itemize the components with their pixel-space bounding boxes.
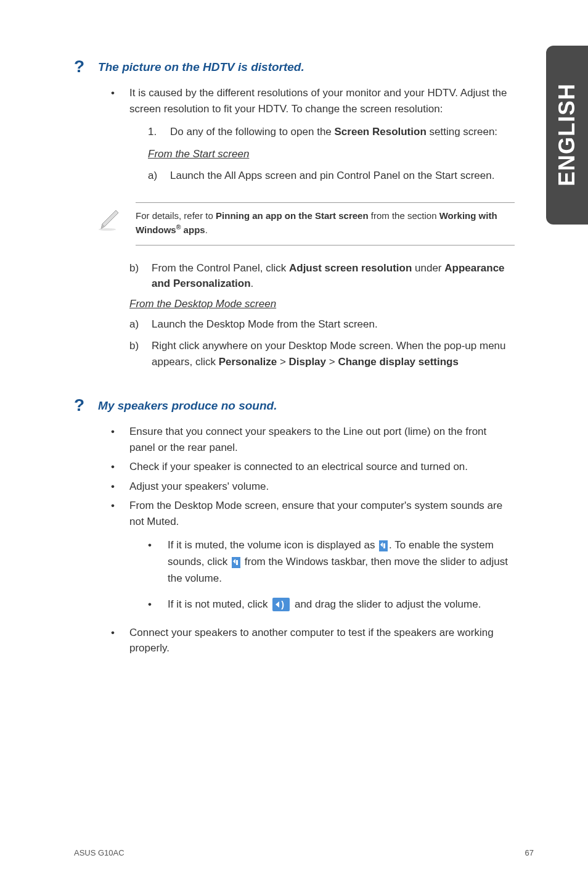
step-text: From the Control Panel, click Adjust scr…: [152, 260, 514, 292]
sub-bullet-text: If it is not muted, click and drag the s…: [168, 596, 481, 613]
bullet-text: Ensure that you connect your speakers to…: [129, 424, 514, 455]
sub-bullet: • If it is muted, the volume icon is dis…: [148, 537, 514, 587]
faq-header: ? My speakers produce no sound.: [74, 394, 514, 414]
bullet-dot-icon: •: [148, 537, 168, 587]
footer-product: ASUS G10AC: [74, 848, 125, 857]
note-box: For details, refer to Pinning an app on …: [136, 202, 515, 245]
bullet-dot-icon: •: [111, 498, 129, 621]
bullet-dot-icon: •: [111, 459, 129, 475]
letter-step: b) Right click anywhere on your Desktop …: [129, 338, 514, 369]
step-text: Do any of the following to open the Scre…: [170, 124, 497, 140]
step-letter: b): [129, 260, 152, 292]
section-heading-desktop: From the Desktop Mode screen: [129, 298, 514, 310]
faq-body: • It is caused by the different resoluti…: [111, 85, 514, 190]
bullet-dot-icon: •: [148, 596, 168, 613]
svg-point-0: [99, 228, 116, 231]
bullet-dot-icon: •: [111, 424, 129, 455]
faq-header: ? The picture on the HDTV is distorted.: [74, 56, 514, 75]
faq-title: My speakers produce no sound.: [98, 399, 277, 413]
bullet-item: • Adjust your speakers' volume.: [111, 479, 514, 495]
speaker-icon: [272, 598, 290, 611]
bullet-item: • It is caused by the different resoluti…: [111, 85, 514, 190]
bullet-text: Adjust your speakers' volume.: [129, 479, 514, 495]
numbered-step: 1. Do any of the following to open the S…: [148, 124, 514, 140]
bullet-text: From the Desktop Mode screen, ensure tha…: [129, 498, 514, 621]
letter-step: b) From the Control Panel, click Adjust …: [129, 260, 514, 292]
step-letter: b): [129, 338, 152, 369]
note-text: For details, refer to Pinning an app on …: [136, 210, 497, 236]
step-text: Right click anywhere on your Desktop Mod…: [152, 338, 514, 369]
section-heading-start: From the Start screen: [148, 146, 514, 162]
faq-item-speakers: ? My speakers produce no sound. • Ensure…: [74, 394, 514, 656]
letter-step: a) Launch the Desktop Mode from the Star…: [129, 316, 514, 332]
page-content: ? The picture on the HDTV is distorted. …: [0, 0, 588, 656]
question-mark-icon: ?: [74, 57, 84, 76]
bullet-text: It is caused by the different resolution…: [129, 85, 514, 190]
speaker-muted-icon: [232, 557, 240, 568]
step-text: Launch the Desktop Mode from the Start s…: [152, 316, 378, 332]
question-mark-icon: ?: [74, 395, 84, 415]
bullet-dot-icon: •: [111, 625, 129, 656]
faq-item-hdtv: ? The picture on the HDTV is distorted. …: [74, 56, 514, 369]
faq-body: • Ensure that you connect your speakers …: [111, 424, 514, 656]
language-tab: ENGLISH: [546, 46, 588, 225]
language-label: ENGLISH: [554, 83, 580, 186]
footer-page-number: 67: [525, 848, 534, 857]
letter-step: a) Launch the All Apps screen and pin Co…: [148, 168, 514, 184]
bullet-text: Check if your speaker is connected to an…: [129, 459, 514, 475]
speaker-muted-icon: [379, 540, 388, 551]
bullet-item: • Connect your speakers to another compu…: [111, 625, 514, 656]
bullet-dot-icon: •: [111, 85, 129, 190]
step-letter: a): [148, 168, 170, 184]
step-text: Launch the All Apps screen and pin Contr…: [170, 168, 494, 184]
page-footer: ASUS G10AC 67: [74, 848, 534, 857]
step-letter: a): [129, 316, 152, 332]
pencil-icon: [97, 207, 123, 233]
continued-list: b) From the Control Panel, click Adjust …: [129, 260, 514, 370]
bullet-item: • From the Desktop Mode screen, ensure t…: [111, 498, 514, 621]
bullet-text: Connect your speakers to another compute…: [129, 625, 514, 656]
bullet-dot-icon: •: [111, 479, 129, 495]
sub-bullet-text: If it is muted, the volume icon is displ…: [168, 537, 514, 587]
bullet-item: • Ensure that you connect your speakers …: [111, 424, 514, 455]
bullet-item: • Check if your speaker is connected to …: [111, 459, 514, 475]
step-number: 1.: [148, 124, 170, 140]
sub-bullet: • If it is not muted, click and drag the…: [148, 596, 514, 613]
faq-title: The picture on the HDTV is distorted.: [98, 60, 304, 74]
